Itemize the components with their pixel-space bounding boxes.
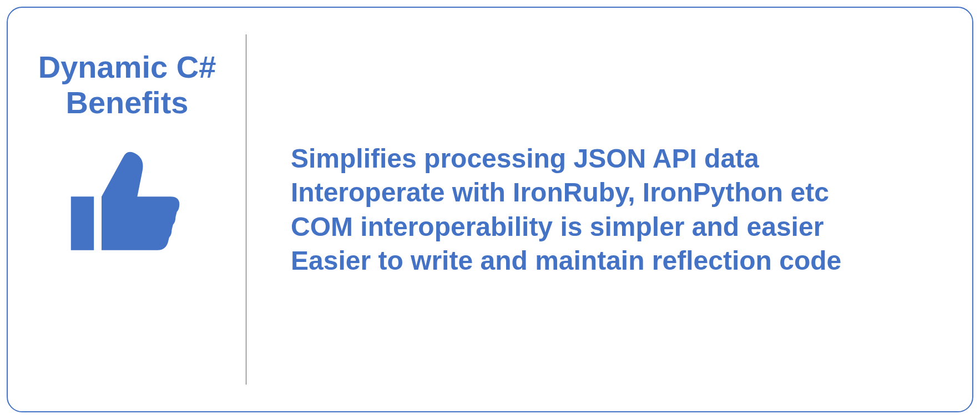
benefit-item: Simplifies processing JSON API data	[291, 142, 950, 175]
benefits-card: Dynamic C# Benefits Simplifies processin…	[7, 7, 973, 412]
benefit-item: COM interoperability is simpler and easi…	[291, 210, 950, 244]
title-line-2: Benefits	[66, 85, 189, 120]
left-panel: Dynamic C# Benefits	[8, 8, 246, 411]
thumbs-up-icon	[60, 138, 194, 271]
benefit-item: Interoperate with IronRuby, IronPython e…	[291, 175, 950, 209]
vertical-divider	[246, 34, 246, 385]
card-title: Dynamic C# Benefits	[38, 49, 216, 121]
right-panel: Simplifies processing JSON API data Inte…	[246, 8, 972, 411]
svg-rect-0	[71, 196, 94, 250]
title-line-1: Dynamic C#	[38, 49, 216, 84]
benefit-item: Easier to write and maintain reflection …	[291, 244, 950, 277]
